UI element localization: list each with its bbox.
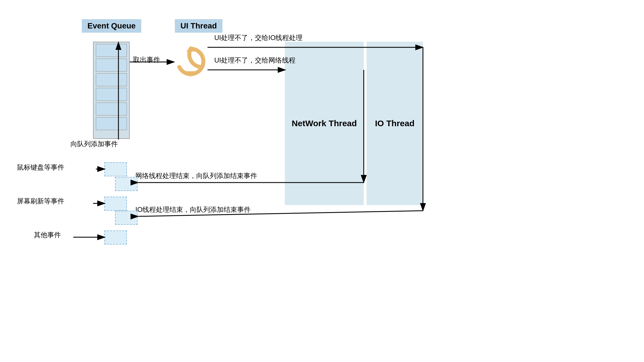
dashed-box-screen [104,197,127,211]
queue-item-6 [96,117,127,130]
ui-thread-label: UI Thread [175,19,222,33]
event-queue-label: Event Queue [82,19,141,33]
screen-refresh-label: 屏幕刷新等事件 [17,197,64,206]
take-event-label: 取出事件 [133,55,160,64]
queue-item-2 [96,59,127,72]
dashed-box-network-result [115,177,138,191]
network-done-label: 网络线程处理结束，向队列添加结束事件 [135,171,257,180]
queue-item-5 [96,103,127,116]
event-queue-box [93,42,130,139]
io-thread-box: IO Thread [367,42,423,205]
network-thread-label: NetWork Thread [292,119,357,128]
add-event-label: 向队列添加事件 [70,139,118,148]
ui-to-io-label: UI处理不了，交给IO线程处理 [214,33,303,42]
network-thread-box: NetWork Thread [285,42,364,205]
queue-item-3 [96,73,127,86]
ui-loop-icon [174,45,208,78]
dashed-box-io-result [115,211,138,225]
queue-item-4 [96,88,127,101]
io-done-label: IO线程处理结束，向队列添加结束事件 [135,205,251,214]
queue-item-1 [96,44,127,57]
diagram-container: Event Queue UI Thread NetWork Thread IO … [0,0,644,362]
mouse-keyboard-label: 鼠标键盘等事件 [17,163,64,172]
dashed-box-mouse [104,162,127,176]
other-event-label: 其他事件 [34,230,61,239]
io-thread-label: IO Thread [375,119,414,128]
dashed-box-other [104,230,127,245]
ui-to-network-label: UI处理不了，交给网络线程 [214,56,295,65]
